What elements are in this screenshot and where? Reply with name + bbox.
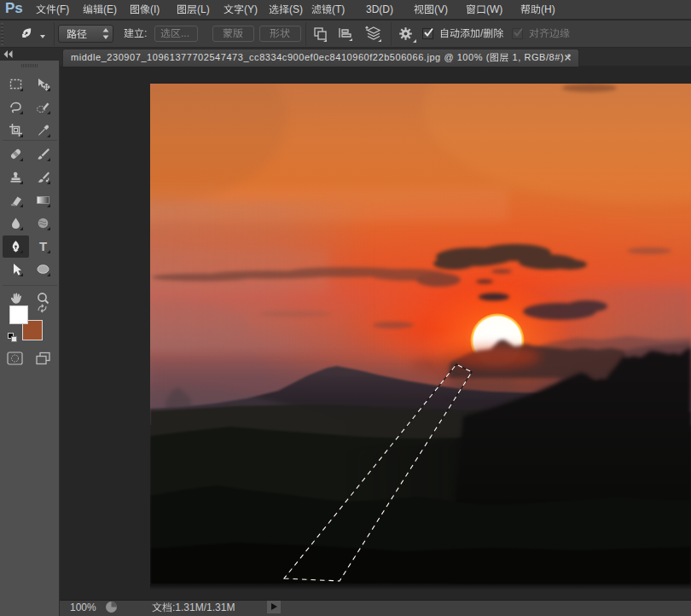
- svg-text:(L): (L): [197, 3, 210, 15]
- svg-text:(S): (S): [289, 3, 303, 15]
- svg-text:(T): (T): [332, 3, 345, 15]
- svg-text:(E): (E): [103, 3, 117, 15]
- svg-text:(H): (H): [541, 3, 555, 15]
- svg-text:100%: 100%: [70, 601, 96, 613]
- svg-text:(V): (V): [434, 3, 448, 15]
- svg-text:(Y): (Y): [244, 3, 258, 15]
- svg-text:(W): (W): [486, 3, 502, 15]
- svg-text:T: T: [39, 239, 47, 253]
- svg-text::1.31M/1.31M: :1.31M/1.31M: [172, 601, 235, 613]
- svg-text:Ps: Ps: [5, 1, 23, 17]
- svg-text:/: /: [480, 27, 484, 39]
- svg-text:1, RGB/8#) *: 1, RGB/8#) *: [509, 52, 572, 62]
- svg-text:(F): (F): [56, 3, 69, 15]
- svg-text::: :: [144, 27, 147, 39]
- svg-text:(I): (I): [150, 3, 160, 15]
- svg-text:middle_230907_1096137770254747: middle_230907_10961377702547473_cc8334c9…: [71, 52, 490, 62]
- svg-text:...: ...: [181, 27, 189, 39]
- svg-text:3D(D): 3D(D): [366, 3, 393, 15]
